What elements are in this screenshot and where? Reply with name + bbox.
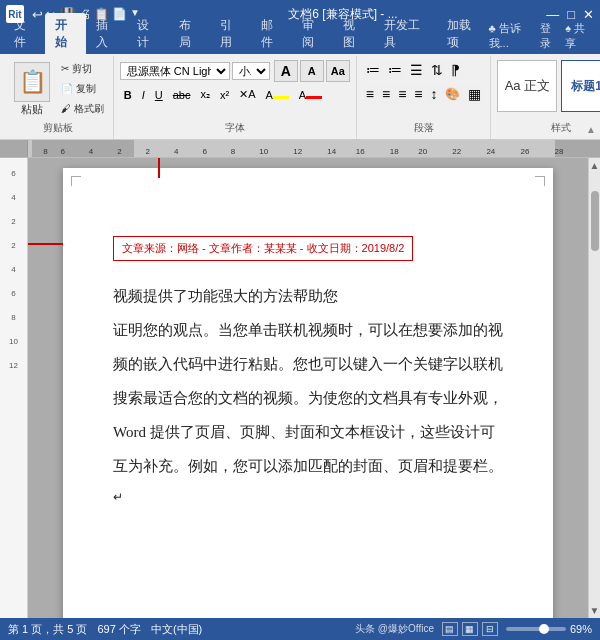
ribbon-collapse-button[interactable]: ▲	[586, 124, 596, 135]
web-view-button[interactable]: ▦	[462, 622, 478, 636]
font-size-select[interactable]: 小二	[232, 62, 270, 80]
login-button[interactable]: 登录	[540, 21, 559, 51]
line-spacing-button[interactable]: ↕	[427, 84, 440, 104]
bullet-list-button[interactable]: ≔	[363, 60, 383, 80]
arrow-up	[151, 158, 167, 178]
citation-box: 文章来源：网络 - 文章作者：某某某 - 收文日期：2019/8/2	[113, 236, 413, 261]
ribbon-group-clipboard: 📋 粘贴 ✂ 剪切 📄 复制 🖌 格式刷 剪贴板	[4, 56, 114, 139]
ruler-content: 8 6 4 2 2 4 6 8 10 12 14 16 18 20 22 24 …	[28, 140, 600, 157]
cut-button[interactable]: ✂ 剪切	[58, 60, 107, 78]
paragraph-mark: ↵	[113, 490, 123, 504]
zoom-slider[interactable]	[506, 627, 566, 631]
font-aa-button[interactable]: Aa	[326, 60, 350, 82]
zoom-control: 69%	[506, 623, 592, 635]
clear-format-button[interactable]: ✕A	[235, 86, 259, 103]
ribbon-right-actions: ♣ 告诉我... 登录 ♠ 共享	[489, 21, 600, 54]
tab-references[interactable]: 引用	[210, 13, 251, 54]
scroll-down-button[interactable]: ▼	[590, 605, 600, 616]
doc-para-2: 证明您的观点。当您单击联机视频时，可以在想要添加的视	[113, 315, 503, 345]
strikethrough-button[interactable]: abc	[169, 87, 195, 103]
justify-button[interactable]: ≡	[411, 84, 425, 104]
print-layout-button[interactable]: ▤	[442, 622, 458, 636]
close-button[interactable]: ✕	[583, 7, 594, 22]
scroll-up-button[interactable]: ▲	[590, 160, 600, 171]
window-controls: — □ ✕	[546, 7, 594, 22]
ribbon-group-font: 思源黑体 CN Light (中文 小二 A A Aa B I U abc x₂…	[114, 56, 357, 139]
underline-button[interactable]: U	[151, 87, 167, 103]
document-area: 6 4 2 2 4 6 8 10 12	[0, 158, 600, 618]
ribbon-tabs: 文件 开始 插入 设计 布局 引用 邮件 审阅 视图 开发工具 加载项 ♣ 告诉…	[0, 28, 600, 54]
font-name-select[interactable]: 思源黑体 CN Light (中文	[120, 62, 230, 80]
font-shrink-button[interactable]: A	[300, 60, 324, 82]
brand-logo: 头条 @爆妙Office	[355, 622, 434, 636]
status-bar: 第 1 页，共 5 页 697 个字 中文(中国) 头条 @爆妙Office ▤…	[0, 618, 600, 640]
doc-para-1: 视频提供了功能强大的方法帮助您	[113, 281, 503, 311]
para-row-2: ≡ ≡ ≡ ≡ ↕ 🎨 ▦	[363, 84, 485, 104]
zoom-level[interactable]: 69%	[570, 623, 592, 635]
document-page[interactable]: 文章来源：网络 - 文章作者：某某某 - 收文日期：2019/8/2 视频提供了…	[63, 168, 553, 618]
copy-button[interactable]: 📄 复制	[58, 80, 107, 98]
tab-addins[interactable]: 加载项	[437, 13, 489, 54]
paste-label: 粘贴	[21, 102, 43, 117]
tab-layout[interactable]: 布局	[169, 13, 210, 54]
ruler-corner	[0, 140, 28, 157]
sort-button[interactable]: ⇅	[428, 60, 446, 80]
align-right-button[interactable]: ≡	[395, 84, 409, 104]
corner-tl	[71, 176, 81, 186]
corner-tr	[535, 176, 545, 186]
doc-para-4: 搜索最适合您的文档的视频。为使您的文档具有专业外观，	[113, 383, 503, 413]
format-painter-button[interactable]: 🖌 格式刷	[58, 100, 107, 118]
share-button[interactable]: ♠ 共享	[565, 21, 592, 51]
word-count: 697 个字	[97, 622, 140, 637]
paragraph-content: ≔ ≔ ☰ ⇅ ⁋ ≡ ≡ ≡ ≡ ↕ 🎨 ▦	[363, 58, 485, 121]
bold-button[interactable]: B	[120, 87, 136, 103]
arrow-up-line	[158, 158, 160, 178]
border-button[interactable]: ▦	[465, 84, 484, 104]
citation-text: 文章来源：网络 - 文章作者：某某某 - 收文日期：2019/8/2	[122, 242, 404, 254]
minimize-button[interactable]: —	[546, 7, 559, 22]
outline-list-button[interactable]: ☰	[407, 60, 426, 80]
style-heading1[interactable]: 标题1	[561, 60, 600, 112]
styles-content: Aa 正文 标题1 ▲ ▼ □	[497, 58, 600, 121]
tab-review[interactable]: 审阅	[292, 13, 333, 54]
doc-para-3: 频的嵌入代码中进行粘贴。您也可以键入一个关键字以联机	[113, 349, 503, 379]
tab-home[interactable]: 开始	[45, 13, 86, 54]
scrollbar-thumb[interactable]	[591, 191, 599, 251]
tab-view[interactable]: 视图	[333, 13, 374, 54]
align-left-button[interactable]: ≡	[363, 84, 377, 104]
subscript-button[interactable]: x₂	[197, 86, 215, 103]
document-canvas[interactable]: 文章来源：网络 - 文章作者：某某某 - 收文日期：2019/8/2 视频提供了…	[28, 158, 588, 618]
tab-mailings[interactable]: 邮件	[251, 13, 292, 54]
italic-button[interactable]: I	[138, 87, 149, 103]
ribbon-group-styles: Aa 正文 标题1 ▲ ▼ □ 样式	[491, 56, 600, 139]
tab-insert[interactable]: 插入	[86, 13, 127, 54]
ribbon-content: 📋 粘贴 ✂ 剪切 📄 复制 🖌 格式刷 剪贴板 思源黑体 CN Light (…	[0, 54, 600, 140]
superscript-button[interactable]: x²	[216, 87, 233, 103]
read-mode-button[interactable]: ⊟	[482, 622, 498, 636]
highlight-button[interactable]: A	[262, 87, 293, 103]
styles-label: 样式	[551, 121, 571, 137]
tab-design[interactable]: 设计	[127, 13, 168, 54]
align-center-button[interactable]: ≡	[379, 84, 393, 104]
style-preview[interactable]: Aa 正文	[497, 60, 557, 112]
font-color-button[interactable]: A	[295, 87, 326, 103]
view-mode-buttons: ▤ ▦ ⊟	[442, 622, 498, 636]
paste-button[interactable]: 📋 粘贴	[10, 60, 54, 119]
citation-area: 文章来源：网络 - 文章作者：某某某 - 收文日期：2019/8/2	[113, 226, 503, 281]
font-grow-button[interactable]: A	[274, 60, 298, 82]
para-row-1: ≔ ≔ ☰ ⇅ ⁋	[363, 60, 463, 80]
document-body[interactable]: 视频提供了功能强大的方法帮助您 证明您的观点。当您单击联机视频时，可以在想要添加…	[113, 281, 503, 511]
page-info: 第 1 页，共 5 页	[8, 622, 87, 637]
numbered-list-button[interactable]: ≔	[385, 60, 405, 80]
paragraph-label: 段落	[414, 121, 434, 137]
vertical-ruler: 6 4 2 2 4 6 8 10 12	[0, 158, 28, 618]
tell-me-button[interactable]: ♣ 告诉我...	[489, 21, 535, 51]
doc-para-5: Word 提供了页眉、页脚、封面和文本框设计，这些设计可	[113, 417, 503, 447]
maximize-button[interactable]: □	[567, 7, 575, 22]
paste-icon: 📋	[14, 62, 50, 102]
tab-developer[interactable]: 开发工具	[374, 13, 436, 54]
vertical-scrollbar[interactable]: ▲ ▼	[588, 158, 600, 618]
show-marks-button[interactable]: ⁋	[448, 60, 463, 80]
shading-button[interactable]: 🎨	[442, 85, 463, 103]
tab-file[interactable]: 文件	[4, 13, 45, 54]
